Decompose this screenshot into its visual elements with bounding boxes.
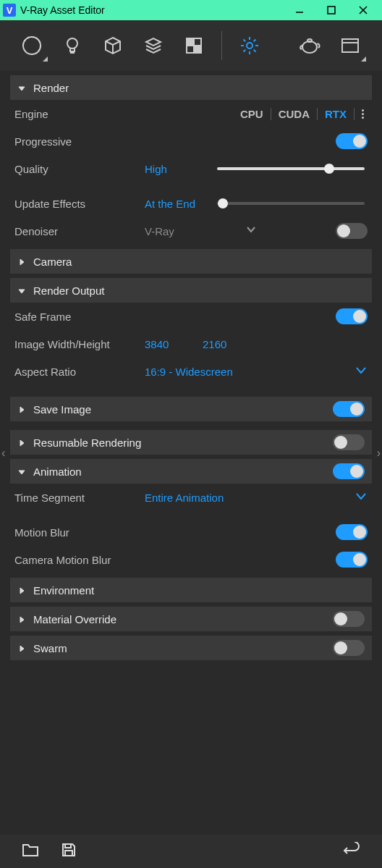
section-save-image-label: Save Image bbox=[33, 403, 91, 416]
aspect-label: Aspect Ratio bbox=[14, 366, 145, 378]
camera-motion-blur-toggle[interactable] bbox=[336, 552, 368, 568]
row-engine: Engine CPU CUDA RTX bbox=[10, 100, 372, 127]
motion-blur-toggle[interactable] bbox=[336, 524, 368, 540]
progressive-label: Progressive bbox=[14, 135, 145, 148]
quality-value: High bbox=[145, 163, 210, 175]
open-folder-icon[interactable] bbox=[22, 842, 39, 861]
section-save-image[interactable]: Save Image bbox=[10, 397, 372, 421]
section-camera[interactable]: Camera bbox=[10, 249, 372, 274]
safe-frame-toggle[interactable] bbox=[336, 308, 368, 324]
resumable-toggle[interactable] bbox=[333, 434, 365, 450]
section-animation-label: Animation bbox=[33, 465, 82, 478]
caret-right-icon bbox=[17, 256, 27, 266]
section-environment[interactable]: Environment bbox=[10, 578, 372, 602]
footer bbox=[0, 835, 382, 868]
save-image-toggle[interactable] bbox=[333, 401, 365, 417]
svg-rect-9 bbox=[194, 46, 201, 53]
aspect-value[interactable]: 16:9 - Widescreen bbox=[145, 366, 233, 378]
row-motion-blur: Motion Blur bbox=[10, 518, 372, 546]
time-segment-dropdown[interactable] bbox=[355, 489, 368, 505]
caret-down-icon bbox=[17, 466, 27, 476]
close-button[interactable] bbox=[347, 0, 379, 20]
toolbar bbox=[0, 20, 382, 71]
row-denoiser: Denoiser V-Ray bbox=[10, 217, 372, 245]
section-resumable[interactable]: Resumable Rendering bbox=[10, 430, 372, 455]
caret-right-icon bbox=[17, 404, 27, 414]
motion-blur-label: Motion Blur bbox=[14, 526, 145, 539]
lights-icon[interactable] bbox=[55, 28, 90, 63]
material-override-toggle[interactable] bbox=[333, 611, 365, 627]
update-effects-label: Update Effects bbox=[14, 198, 145, 210]
svg-point-10 bbox=[247, 43, 252, 49]
time-segment-value[interactable]: Entire Animation bbox=[145, 492, 224, 504]
caret-right-icon bbox=[17, 437, 27, 447]
svg-point-11 bbox=[302, 41, 317, 53]
svg-rect-15 bbox=[65, 844, 71, 848]
svg-rect-8 bbox=[187, 38, 194, 46]
row-progressive: Progressive bbox=[10, 127, 372, 155]
section-render-output[interactable]: Render Output bbox=[10, 278, 372, 303]
panel-left-arrow[interactable]: ‹ bbox=[1, 447, 5, 460]
row-update-effects: Update Effects At the End bbox=[10, 190, 372, 217]
titlebar: V V-Ray Asset Editor bbox=[0, 0, 382, 20]
engine-cuda[interactable]: CUDA bbox=[271, 108, 318, 120]
section-render-label: Render bbox=[33, 82, 69, 94]
toolbar-divider bbox=[221, 31, 222, 60]
section-camera-label: Camera bbox=[33, 256, 72, 268]
engine-more-icon[interactable] bbox=[357, 109, 368, 119]
engine-label: Engine bbox=[14, 108, 145, 120]
section-swarm-label: Swarm bbox=[33, 642, 67, 654]
section-render[interactable]: Render bbox=[10, 75, 372, 100]
quality-slider[interactable] bbox=[217, 167, 365, 170]
materials-icon[interactable] bbox=[14, 28, 49, 63]
row-quality: Quality High bbox=[10, 155, 372, 182]
progressive-toggle[interactable] bbox=[336, 133, 368, 149]
svg-point-5 bbox=[67, 38, 77, 49]
maximize-button[interactable] bbox=[315, 0, 347, 20]
section-material-override[interactable]: Material Override bbox=[10, 607, 372, 631]
settings-panel: ‹ › Render Engine CPU CUDA RTX Progressi… bbox=[0, 71, 382, 835]
image-dims-label: Image Width/Height bbox=[14, 338, 145, 350]
denoiser-value: V-Ray bbox=[145, 225, 174, 237]
update-effects-slider[interactable] bbox=[217, 202, 365, 205]
image-width-input[interactable]: 3840 bbox=[145, 338, 203, 350]
section-swarm[interactable]: Swarm bbox=[10, 636, 372, 660]
caret-down-icon bbox=[17, 285, 27, 295]
image-height-input[interactable]: 2160 bbox=[203, 338, 260, 350]
update-effects-value: At the End bbox=[145, 198, 210, 210]
denoiser-toggle[interactable] bbox=[336, 223, 368, 239]
denoiser-dropdown[interactable] bbox=[245, 224, 257, 238]
geometry-icon[interactable] bbox=[96, 28, 130, 63]
section-animation[interactable]: Animation bbox=[10, 459, 372, 484]
textures-icon[interactable] bbox=[177, 28, 211, 63]
panel-right-arrow[interactable]: › bbox=[377, 447, 381, 460]
row-image-dims: Image Width/Height 3840 2160 bbox=[10, 330, 372, 358]
window-title: V-Ray Asset Editor bbox=[20, 4, 284, 16]
engine-cpu[interactable]: CPU bbox=[233, 108, 271, 120]
svg-rect-16 bbox=[65, 851, 72, 856]
section-environment-label: Environment bbox=[33, 584, 94, 597]
caret-down-icon bbox=[17, 83, 27, 93]
safe-frame-label: Safe Frame bbox=[14, 311, 145, 323]
svg-rect-1 bbox=[328, 7, 335, 14]
animation-toggle[interactable] bbox=[333, 463, 365, 479]
section-material-override-label: Material Override bbox=[33, 613, 116, 625]
undo-icon[interactable] bbox=[343, 842, 360, 861]
frame-buffer-icon[interactable] bbox=[333, 28, 368, 63]
row-aspect: Aspect Ratio 16:9 - Widescreen bbox=[10, 358, 372, 385]
swarm-toggle[interactable] bbox=[333, 640, 365, 656]
caret-right-icon bbox=[17, 643, 27, 653]
save-icon[interactable] bbox=[61, 842, 77, 861]
render-elements-icon[interactable] bbox=[136, 28, 171, 63]
minimize-button[interactable] bbox=[284, 0, 315, 20]
app-logo: V bbox=[3, 4, 16, 17]
row-time-segment: Time Segment Entire Animation bbox=[10, 484, 372, 511]
teapot-icon[interactable] bbox=[292, 28, 327, 63]
settings-icon[interactable] bbox=[232, 28, 267, 63]
engine-rtx[interactable]: RTX bbox=[318, 108, 355, 120]
row-safe-frame: Safe Frame bbox=[10, 303, 372, 330]
camera-motion-blur-label: Camera Motion Blur bbox=[14, 554, 145, 566]
svg-point-4 bbox=[23, 37, 41, 54]
aspect-dropdown[interactable] bbox=[355, 363, 368, 379]
caret-right-icon bbox=[17, 614, 27, 624]
